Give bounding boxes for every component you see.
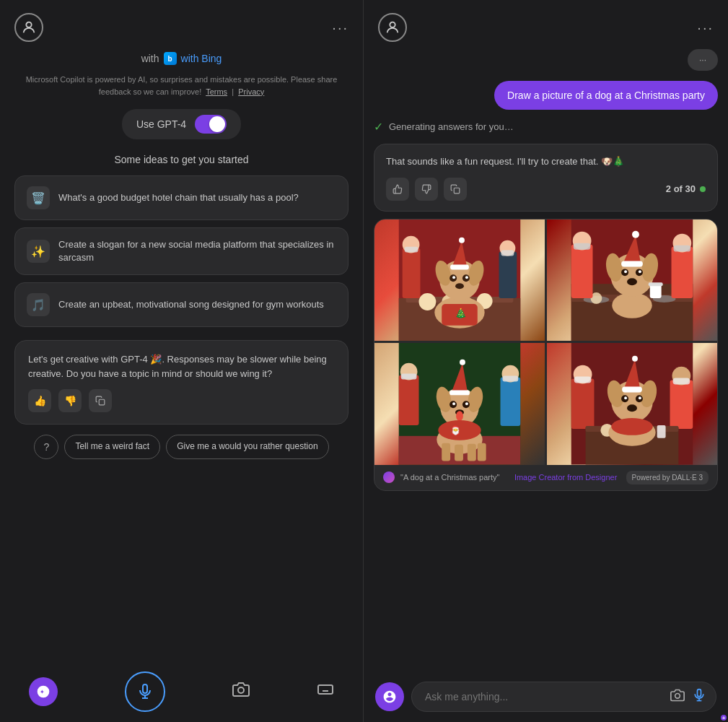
svg-point-92 — [456, 411, 463, 421]
svg-rect-72 — [399, 375, 419, 425]
svg-text:🎄: 🎄 — [455, 307, 468, 319]
svg-rect-28 — [501, 250, 514, 256]
assistant-message-left: Let's get creative with GPT-4 🎉. Respons… — [14, 340, 348, 425]
right-thumbs-up[interactable] — [386, 178, 409, 201]
svg-point-37 — [455, 283, 464, 289]
input-right-icons — [670, 688, 706, 706]
thumbs-down-button[interactable]: 👎 — [58, 389, 82, 412]
idea-item-1[interactable]: 🗑️ What's a good budget hotel chain that… — [14, 175, 348, 220]
bottom-bar-left: ✦ — [0, 661, 363, 722]
svg-text:🎅: 🎅 — [450, 425, 461, 435]
svg-rect-25 — [499, 251, 517, 297]
gpt4-toggle[interactable] — [195, 115, 227, 134]
ideas-title: Some ideas to get you started — [115, 154, 249, 165]
idea-item-2[interactable]: ✨ Create a slogan for a new social media… — [14, 227, 348, 275]
svg-point-95 — [460, 360, 465, 365]
idea-item-3[interactable]: 🎵 Create an upbeat, motivational song de… — [14, 282, 348, 327]
generating-text: Generating answers for you… — [389, 121, 514, 132]
assistant-text: That sounds like a fun request. I'll try… — [386, 156, 624, 167]
keyboard-button[interactable] — [317, 681, 334, 703]
svg-rect-83 — [478, 443, 486, 461]
image-grid: 🎄 — [374, 219, 717, 465]
generated-image-3[interactable]: 🎅 — [374, 343, 545, 465]
idea-icon-2: ✨ — [27, 240, 50, 263]
svg-rect-121 — [622, 386, 642, 392]
right-panel: ··· ··· Draw a picture of a dog at a Chr… — [364, 0, 728, 722]
svg-point-19 — [419, 293, 437, 310]
input-camera-icon[interactable] — [670, 688, 685, 706]
right-copy[interactable] — [444, 178, 467, 201]
svg-rect-103 — [574, 377, 592, 383]
right-input-wrapper — [411, 682, 716, 712]
copilot-button-left[interactable]: ✦ — [29, 677, 58, 706]
right-header: ··· — [364, 0, 728, 49]
idea-text-3: Create an upbeat, motivational song desi… — [58, 298, 324, 311]
input-mic-icon[interactable] — [692, 688, 706, 706]
svg-point-7 — [238, 687, 244, 693]
right-menu-button[interactable]: ··· — [697, 19, 714, 36]
svg-rect-76 — [401, 374, 417, 380]
svg-rect-101 — [670, 380, 693, 429]
menu-button[interactable]: ··· — [332, 19, 348, 36]
right-copilot-button[interactable]: + — [375, 682, 404, 711]
with-bing-label: with b with Bing — [141, 52, 222, 65]
svg-rect-74 — [500, 378, 520, 426]
right-thumbs-down[interactable] — [415, 178, 438, 201]
svg-point-63 — [624, 270, 627, 273]
idea-icon-3: 🎵 — [27, 293, 50, 316]
svg-rect-77 — [502, 376, 518, 382]
svg-point-124 — [675, 693, 680, 698]
bing-icon: b — [164, 52, 177, 65]
camera-button[interactable] — [232, 681, 250, 703]
svg-rect-55 — [574, 243, 591, 249]
suggestion-chips: ? Tell me a weird fact Give me a would y… — [19, 435, 343, 459]
toggle-knob — [209, 116, 225, 132]
page-count: 2 of 30 — [666, 182, 706, 196]
chip-1[interactable]: Tell me a weird fact — [64, 435, 160, 459]
svg-rect-104 — [672, 378, 690, 385]
svg-rect-81 — [455, 445, 463, 461]
svg-rect-99 — [571, 379, 595, 429]
right-avatar[interactable] — [378, 13, 407, 42]
mic-button-left[interactable] — [125, 671, 165, 712]
svg-rect-51 — [571, 244, 593, 297]
thumbs-up-button[interactable]: 👍 — [28, 389, 51, 412]
svg-point-0 — [26, 22, 31, 27]
idea-items-list: 🗑️ What's a good budget hotel chain that… — [0, 175, 363, 327]
image-grid-container: 🎄 — [374, 219, 718, 491]
svg-point-40 — [459, 237, 465, 243]
svg-point-64 — [639, 270, 641, 273]
svg-point-123 — [611, 418, 652, 435]
avatar[interactable] — [14, 13, 43, 42]
generated-image-4[interactable] — [547, 343, 717, 465]
terms-link[interactable]: Terms — [206, 87, 227, 96]
generated-image-1[interactable]: 🎄 — [374, 219, 545, 342]
privacy-link[interactable]: Privacy — [238, 87, 264, 96]
svg-rect-23 — [403, 248, 421, 297]
svg-point-35 — [452, 276, 455, 279]
generated-image-2[interactable] — [547, 219, 717, 342]
assistant-bubble: That sounds like a fun request. I'll try… — [374, 144, 718, 212]
svg-rect-80 — [442, 443, 450, 461]
gpt4-label: Use GPT-4 — [136, 118, 186, 130]
svg-point-89 — [452, 402, 455, 405]
svg-point-14 — [390, 22, 395, 27]
idea-icon-1: 🗑️ — [27, 186, 50, 209]
left-panel: ··· with b with Bing Microsoft Copilot i… — [0, 0, 364, 722]
svg-rect-94 — [449, 390, 470, 395]
green-dot — [700, 186, 706, 192]
svg-rect-39 — [450, 264, 469, 269]
svg-rect-125 — [698, 689, 701, 696]
check-icon: ✓ — [374, 120, 383, 134]
bubble-footer: 2 of 30 — [386, 178, 706, 201]
svg-rect-15 — [454, 188, 460, 193]
copy-button[interactable] — [89, 389, 112, 412]
right-input-bar: + — [364, 671, 728, 722]
svg-rect-53 — [672, 246, 693, 297]
help-chip[interactable]: ? — [34, 435, 58, 459]
chip-2[interactable]: Give me a would you rather question — [166, 435, 328, 459]
svg-point-119 — [627, 404, 637, 412]
svg-rect-82 — [468, 444, 476, 461]
user-message: Draw a picture of a dog at a Christmas p… — [494, 81, 718, 110]
right-chat-area: ··· Draw a picture of a dog at a Christm… — [364, 49, 728, 671]
